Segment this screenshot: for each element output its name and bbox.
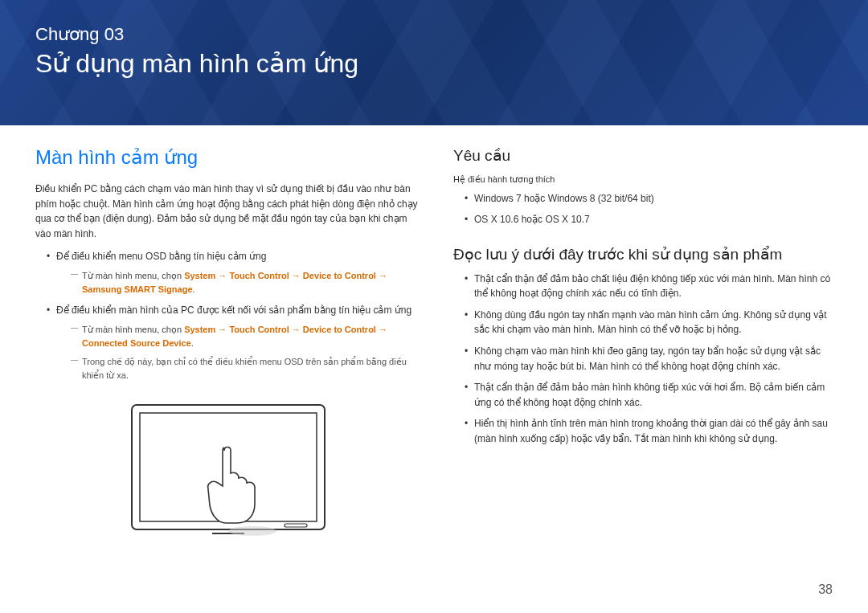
period: . bbox=[191, 338, 194, 348]
os-item: Windows 7 hoặc Windows 8 (32 bit/64 bit) bbox=[474, 193, 654, 204]
svg-rect-2 bbox=[285, 524, 307, 527]
menu-path-touch-control: Touch Control bbox=[229, 325, 289, 334]
monitor-hand-icon bbox=[124, 397, 333, 550]
list-item: Từ màn hình menu, chọn System → Touch Co… bbox=[71, 269, 421, 296]
note-text: Hiển thị hình ảnh tĩnh trên màn hình tro… bbox=[474, 418, 828, 444]
list-item: Không chạm vào màn hình khi đeo găng tay… bbox=[465, 344, 833, 374]
sub-item-text: Từ màn hình menu, chọn bbox=[82, 271, 184, 280]
list-item: Thật cẩn thận để đảm bảo màn hình không … bbox=[465, 380, 833, 410]
chapter-title: Sử dụng màn hình cảm ứng bbox=[35, 48, 833, 79]
list-item-text: Để điều khiển menu OSD bằng tín hiệu cảm… bbox=[56, 251, 266, 262]
arrow-icon: → bbox=[289, 325, 303, 334]
requirements-heading: Yêu cầu bbox=[453, 146, 833, 165]
read-before-heading: Đọc lưu ý dưới đây trước khi sử dụng sản… bbox=[453, 245, 833, 264]
arrow-icon: → bbox=[289, 271, 303, 280]
note-text: Không chạm vào màn hình khi đeo găng tay… bbox=[474, 345, 821, 372]
page-number: 38 bbox=[818, 582, 833, 597]
os-list: Windows 7 hoặc Windows 8 (32 bit/64 bit)… bbox=[453, 191, 833, 227]
sub-item-note: Trong chế độ này, bạn chỉ có thể điều kh… bbox=[82, 357, 407, 380]
arrow-icon: → bbox=[376, 271, 387, 280]
note-text: Thật cẩn thận để đảm bảo chất liệu điện … bbox=[474, 273, 830, 300]
content-area: Màn hình cảm ứng Điều khiển PC bằng cách… bbox=[0, 125, 868, 553]
touch-illustration bbox=[124, 397, 333, 553]
os-compat-label: Hệ điều hành tương thích bbox=[453, 173, 833, 186]
sub-list: Từ màn hình menu, chọn System → Touch Co… bbox=[56, 323, 421, 382]
os-item: OS X 10.6 hoặc OS X 10.7 bbox=[474, 214, 590, 225]
note-text: Không dùng đầu ngón tay nhấn mạnh vào mà… bbox=[474, 309, 827, 336]
list-item: Windows 7 hoặc Windows 8 (32 bit/64 bit) bbox=[465, 191, 833, 206]
arrow-icon: → bbox=[215, 325, 229, 334]
menu-path-touch-control: Touch Control bbox=[229, 271, 289, 280]
instruction-list: Để điều khiển menu OSD bằng tín hiệu cảm… bbox=[35, 249, 421, 382]
intro-paragraph: Điều khiển PC bằng cách chạm vào màn hìn… bbox=[35, 182, 421, 241]
menu-path-smart-signage: Samsung SMART Signage bbox=[82, 284, 193, 294]
chapter-header: Chương 03 Sử dụng màn hình cảm ứng bbox=[0, 0, 868, 125]
menu-path-system: System bbox=[184, 271, 215, 280]
arrow-icon: → bbox=[376, 325, 387, 334]
section-heading-touchscreen: Màn hình cảm ứng bbox=[35, 146, 421, 169]
list-item: Không dùng đầu ngón tay nhấn mạnh vào mà… bbox=[465, 308, 833, 337]
arrow-icon: → bbox=[215, 271, 229, 280]
menu-path-system: System bbox=[184, 325, 215, 334]
list-item: Để điều khiển menu OSD bằng tín hiệu cảm… bbox=[47, 249, 421, 296]
list-item: Từ màn hình menu, chọn System → Touch Co… bbox=[71, 323, 421, 350]
right-column: Yêu cầu Hệ điều hành tương thích Windows… bbox=[453, 146, 833, 553]
list-item: Hiển thị hình ảnh tĩnh trên màn hình tro… bbox=[465, 416, 833, 446]
note-text: Thật cẩn thận để đảm bảo màn hình không … bbox=[474, 382, 825, 408]
sub-item-text: Từ màn hình menu, chọn bbox=[82, 325, 184, 334]
menu-path-device-to-control: Device to Control bbox=[303, 271, 376, 280]
list-item: Trong chế độ này, bạn chỉ có thể điều kh… bbox=[71, 355, 421, 382]
left-column: Màn hình cảm ứng Điều khiển PC bằng cách… bbox=[35, 146, 421, 553]
list-item: Thật cẩn thận để đảm bảo chất liệu điện … bbox=[465, 272, 833, 301]
chapter-label: Chương 03 bbox=[35, 24, 833, 45]
svg-point-4 bbox=[228, 526, 276, 536]
list-item-text: Để điều khiển màn hình của PC được kết n… bbox=[56, 304, 411, 316]
period: . bbox=[193, 284, 195, 294]
menu-path-connected-source: Connected Source Device bbox=[82, 338, 191, 348]
sub-list: Từ màn hình menu, chọn System → Touch Co… bbox=[56, 269, 421, 296]
precautions-list: Thật cẩn thận để đảm bảo chất liệu điện … bbox=[453, 272, 833, 447]
menu-path-device-to-control: Device to Control bbox=[303, 325, 376, 334]
list-item: Để điều khiển màn hình của PC được kết n… bbox=[47, 303, 421, 382]
list-item: OS X 10.6 hoặc OS X 10.7 bbox=[465, 212, 833, 227]
